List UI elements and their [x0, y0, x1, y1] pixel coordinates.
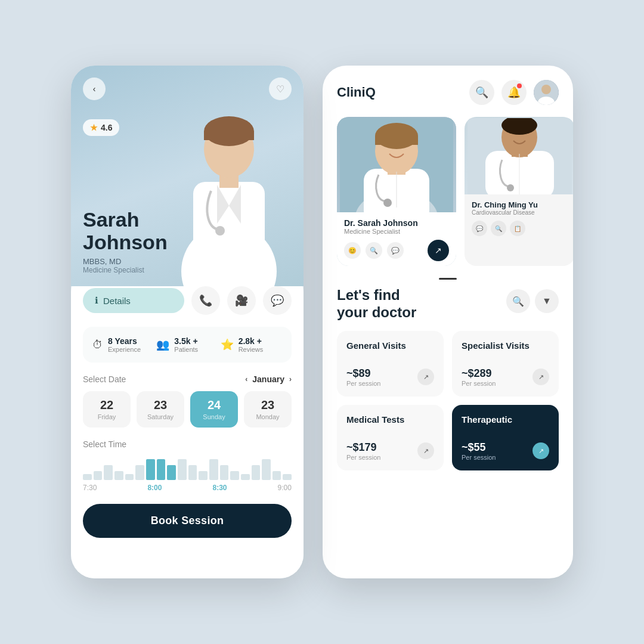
doctor-specialty: Medicine Specialist — [83, 266, 168, 274]
details-label: Details — [103, 296, 131, 306]
service-arrow-btn[interactable]: ↗ — [532, 442, 549, 459]
find-search-button[interactable]: 🔍 — [506, 289, 530, 313]
ching-chat-btn[interactable]: 💬 — [472, 221, 487, 236]
search-icon: 🔍 — [475, 86, 488, 99]
service-title: Specialist Visits — [462, 340, 549, 351]
search-header-button[interactable]: 🔍 — [469, 80, 494, 105]
back-button[interactable]: ‹ — [83, 78, 106, 100]
ching-clip-btn[interactable]: 📋 — [510, 221, 525, 236]
service-specialist-visits[interactable]: Specialist Visits ~$289 Per session ↗ — [452, 331, 559, 397]
service-per: Per session — [462, 380, 496, 387]
book-session-button[interactable]: Book Session — [83, 504, 292, 538]
service-per: Per session — [346, 454, 380, 461]
find-action-buttons: 🔍 ▼ — [506, 289, 559, 313]
doctor-name: SarahJohnson — [83, 209, 168, 253]
back-icon: ‹ — [93, 84, 96, 94]
find-doctor-section: Let's findyour doctor 🔍 ▼ General Visits — [323, 287, 573, 578]
next-month-button[interactable]: › — [289, 375, 292, 383]
date-card-24[interactable]: 24 Sunday — [190, 391, 238, 428]
notification-dot — [517, 83, 522, 88]
date-selector: 22 Friday 23 Saturday 24 Sunday 23 Monda… — [83, 391, 292, 428]
time-bar — [273, 471, 281, 480]
sarah-search-btn[interactable]: 🔍 — [366, 242, 382, 259]
time-bar — [230, 471, 239, 480]
time-labels: 7:30 8:00 8:30 9:00 — [83, 484, 292, 492]
svg-rect-1 — [193, 182, 265, 286]
service-arrow-btn[interactable]: ↗ — [417, 369, 434, 385]
doctor-card-sarah[interactable]: Dr. Sarah Johnson Medicine Specialist 😊 … — [337, 117, 456, 266]
notification-button[interactable]: 🔔 — [501, 80, 527, 105]
doctor-ching-specialty: Cardiovascular Disease — [472, 209, 568, 216]
reviews-icon: ⭐ — [221, 338, 234, 351]
date-day: Saturday — [141, 413, 179, 420]
service-footer: ~$179 Per session ↗ — [346, 441, 434, 461]
star-icon: ★ — [90, 123, 98, 132]
service-arrow-btn[interactable]: ↗ — [417, 442, 434, 459]
date-card-23mon[interactable]: 23 Monday — [244, 391, 292, 428]
service-price: ~$55 — [462, 441, 496, 454]
ching-search-btn[interactable]: 🔍 — [491, 221, 506, 236]
message-button[interactable]: 💬 — [263, 286, 292, 315]
rating-value: 4.6 — [101, 123, 112, 132]
stat-patients: 👥 3.5k + Patients — [156, 336, 218, 353]
screens-container: ‹ ♡ — [71, 66, 573, 578]
time-730: 7:30 — [83, 484, 97, 492]
experience-icon: ⏱ — [92, 339, 103, 351]
service-therapeutic[interactable]: Therapeutic ~$55 Per session ↗ — [452, 405, 559, 470]
sarah-arrow-btn[interactable]: ↗ — [428, 240, 449, 261]
service-per: Per session — [346, 380, 380, 387]
time-bar-active — [167, 465, 176, 480]
service-arrow-btn[interactable]: ↗ — [532, 369, 549, 385]
rating-badge: ★ 4.6 — [83, 119, 119, 136]
time-bar — [83, 474, 92, 480]
doctor-card-2-image — [465, 117, 573, 194]
time-900: 9:00 — [278, 484, 292, 492]
date-day: Friday — [88, 413, 126, 420]
date-card-23sat[interactable]: 23 Saturday — [137, 391, 184, 428]
time-bar — [125, 474, 134, 480]
service-per: Per session — [462, 454, 496, 461]
service-footer: ~$289 Per session ↗ — [462, 367, 549, 387]
find-doctor-title: Let's findyour doctor — [337, 287, 506, 321]
sarah-smile-btn[interactable]: 😊 — [344, 242, 361, 259]
doctor-degree: MBBS, MD — [83, 257, 168, 266]
doctor-ching-actions: 💬 🔍 📋 — [472, 221, 568, 236]
details-button[interactable]: ℹ Details — [83, 288, 184, 313]
sarah-chat-btn[interactable]: 💬 — [387, 242, 404, 259]
doctor-card-2-info-ching: Dr. Ching Ming Yu Cardiovascular Disease… — [465, 194, 573, 241]
doctor-info: SarahJohnson MBBS, MD Medicine Specialis… — [71, 197, 179, 286]
right-phone: CliniQ 🔍 🔔 — [323, 66, 573, 578]
search-icon: 🔍 — [512, 296, 524, 307]
call-button[interactable]: 📞 — [191, 286, 220, 315]
left-phone-content: ℹ Details 📞 🎥 💬 ⏱ 8 Years — [71, 274, 304, 578]
experience-value: 8 Years — [108, 336, 141, 346]
time-bar — [188, 465, 197, 480]
time-bars[interactable] — [83, 456, 292, 480]
date-card-22[interactable]: 22 Friday — [83, 391, 131, 428]
time-830: 8:30 — [213, 484, 227, 492]
find-filter-button[interactable]: ▼ — [535, 289, 559, 313]
doctor-sarah-specialty: Medicine Specialist — [344, 228, 449, 235]
doctor-card-ching[interactable]: Dr. Ching Ming Yu Cardiovascular Disease… — [465, 117, 573, 266]
service-medical-tests[interactable]: Medical Tests ~$179 Per session ↗ — [337, 405, 444, 470]
time-800: 8:00 — [147, 484, 162, 492]
service-title: General Visits — [346, 340, 434, 351]
experience-label: Experience — [108, 346, 141, 353]
svg-point-8 — [215, 226, 225, 236]
select-time-label: Select Time — [83, 439, 292, 449]
prev-month-button[interactable]: ‹ — [245, 375, 247, 383]
time-section: Select Time — [83, 439, 292, 492]
reviews-label: Reviews — [239, 346, 264, 353]
time-bar — [94, 471, 103, 480]
user-avatar[interactable] — [534, 80, 559, 105]
avatar-svg — [534, 80, 559, 105]
doctor-image-left — [166, 83, 292, 286]
time-bar — [220, 465, 229, 480]
time-bar — [199, 471, 208, 480]
left-phone: ‹ ♡ — [71, 66, 304, 578]
time-bar — [252, 465, 261, 480]
video-icon: 🎥 — [235, 294, 248, 307]
time-bar — [262, 459, 271, 480]
video-button[interactable]: 🎥 — [227, 286, 256, 315]
service-general-visits[interactable]: General Visits ~$89 Per session ↗ — [337, 331, 444, 397]
